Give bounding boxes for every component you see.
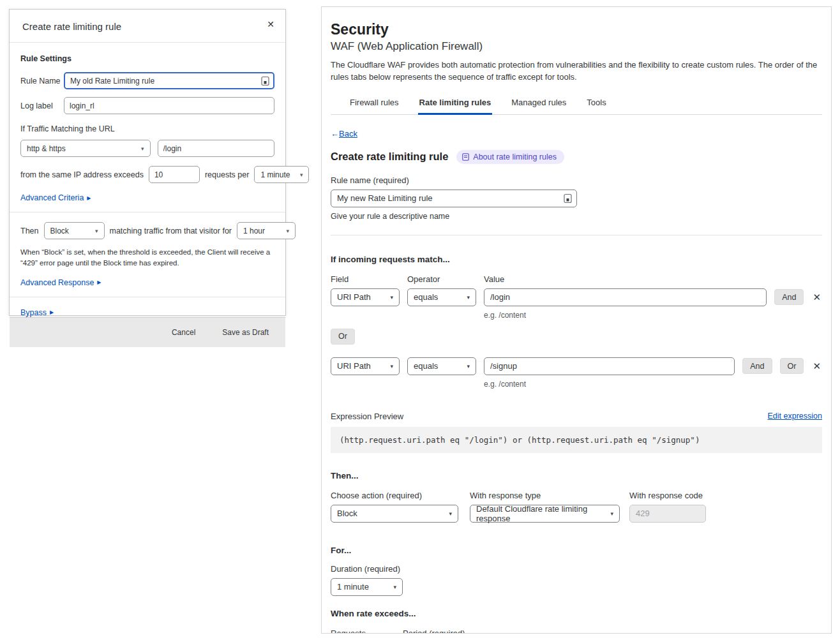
back-link[interactable]: ←Back xyxy=(331,129,357,138)
tab-rate-limiting-rules[interactable]: Rate limiting rules xyxy=(418,94,493,115)
value-input[interactable] xyxy=(484,288,767,306)
about-badge-label: About rate limiting rules xyxy=(473,153,557,161)
match-row: URI Path ▾ equals ▾ And ✕ xyxy=(331,288,822,306)
edit-expression-link[interactable]: Edit expression xyxy=(768,412,822,420)
expression-row: Expression Preview Edit expression xyxy=(331,412,822,421)
exceeds-text: from the same IP address exceeds xyxy=(20,170,144,179)
tab-tools[interactable]: Tools xyxy=(585,94,607,115)
action-select[interactable]: Block ▾ xyxy=(44,222,105,239)
and-button[interactable]: And xyxy=(742,358,772,374)
operator-select[interactable]: equals ▾ xyxy=(407,288,476,306)
field-select[interactable]: URI Path ▾ xyxy=(331,357,400,375)
dialog-header: Create rate limiting rule ✕ xyxy=(10,10,285,43)
chevron-down-icon: ▾ xyxy=(467,294,470,301)
field-column-label: Field xyxy=(331,274,400,284)
remove-condition-icon[interactable]: ✕ xyxy=(811,292,822,303)
field-select[interactable]: URI Path ▾ xyxy=(331,288,400,306)
block-note: When “Block” is set, when the threshold … xyxy=(20,247,274,269)
matching-text: matching traffic from that visitor for xyxy=(110,227,232,235)
rule-name-row: Rule Name xyxy=(20,72,274,89)
url-pattern-input[interactable] xyxy=(158,140,275,157)
remove-condition-icon[interactable]: ✕ xyxy=(811,361,822,372)
rule-name-input[interactable] xyxy=(331,190,577,207)
field-select-value: URI Path xyxy=(337,292,371,302)
or-button[interactable]: Or xyxy=(780,358,804,374)
scheme-select-value: http & https xyxy=(27,144,66,153)
duration-label: Duration (required) xyxy=(331,564,822,574)
waf-tabs: Firewall rules Rate limiting rules Manag… xyxy=(331,94,822,115)
dialog-title: Create rate limiting rule xyxy=(22,21,121,32)
match-heading: If incoming requests match... xyxy=(331,255,822,264)
operator-select-value: equals xyxy=(414,292,438,302)
value-hint: e.g. /content xyxy=(484,380,822,389)
threshold-row: from the same IP address exceeds request… xyxy=(20,166,274,183)
choose-action-label: Choose action (required) xyxy=(331,491,470,500)
rule-name-label: Rule Name xyxy=(20,77,64,86)
rule-name-help: Give your rule a descriptive name xyxy=(331,212,822,221)
block-duration-value: 1 hour xyxy=(243,227,265,235)
or-button[interactable]: Or xyxy=(331,329,355,345)
log-label-row: Log label xyxy=(20,97,274,114)
response-type-select[interactable]: Default Cloudflare rate limiting respons… xyxy=(470,505,620,523)
chevron-down-icon: ▾ xyxy=(393,584,396,590)
requests-count-input[interactable] xyxy=(149,166,200,183)
page-subtitle: WAF (Web Application Firewall) xyxy=(331,40,822,53)
page-title: Security xyxy=(331,21,822,38)
requests-label: Requests (required) xyxy=(331,629,396,634)
expand-right-icon: ▶ xyxy=(50,309,54,315)
and-button[interactable]: And xyxy=(774,289,804,305)
period-select-value: 1 minute xyxy=(260,170,290,179)
rule-name-label: Rule name (required) xyxy=(331,175,822,185)
advanced-criteria-label: Advanced Criteria xyxy=(20,193,84,202)
then-row: Then Block ▾ matching traffic from that … xyxy=(20,222,274,239)
page-description: The Cloudflare WAF provides both automat… xyxy=(331,59,822,84)
save-as-draft-button[interactable]: Save as Draft xyxy=(218,327,273,338)
expression-preview-code: (http.request.uri.path eq "/login") or (… xyxy=(331,427,822,453)
action-select-value: Block xyxy=(50,227,69,235)
divider xyxy=(10,212,285,212)
chevron-down-icon: ▾ xyxy=(449,510,452,517)
document-icon xyxy=(462,153,469,161)
bypass-link[interactable]: Bypass ▶ xyxy=(20,308,54,317)
response-code-input xyxy=(629,505,706,523)
rule-name-input[interactable] xyxy=(64,72,274,89)
chevron-down-icon: ▾ xyxy=(141,145,144,152)
operator-select-value: equals xyxy=(414,361,438,371)
autofill-icon xyxy=(564,193,572,203)
dialog-body: Rule Settings Rule Name Log label If Tra… xyxy=(10,43,285,317)
chevron-down-icon: ▾ xyxy=(286,228,289,234)
bypass-label: Bypass xyxy=(20,308,47,317)
cancel-button[interactable]: Cancel xyxy=(168,327,199,338)
operator-column-label: Operator xyxy=(407,274,476,284)
block-duration-select[interactable]: 1 hour ▾ xyxy=(237,222,296,239)
section-divider xyxy=(331,235,822,235)
create-rate-limiting-rule-dialog: Create rate limiting rule ✕ Rule Setting… xyxy=(9,9,286,316)
close-icon[interactable]: ✕ xyxy=(264,17,277,31)
requests-per-text: requests per xyxy=(205,170,249,179)
log-label-input[interactable] xyxy=(64,97,274,114)
value-input[interactable] xyxy=(484,357,735,375)
chevron-down-icon: ▾ xyxy=(390,363,393,369)
advanced-criteria-link[interactable]: Advanced Criteria ▶ xyxy=(20,193,91,202)
then-label: Then xyxy=(20,227,39,235)
rate-heading: When rate exceeds... xyxy=(331,609,822,618)
duration-select[interactable]: 1 minute ▾ xyxy=(331,578,403,596)
expand-right-icon: ▶ xyxy=(87,195,91,201)
for-heading: For... xyxy=(331,546,822,555)
scheme-select[interactable]: http & https ▾ xyxy=(20,140,151,157)
tab-managed-rules[interactable]: Managed rules xyxy=(510,94,567,115)
match-row: URI Path ▾ equals ▾ And Or ✕ xyxy=(331,357,822,375)
action-select[interactable]: Block ▾ xyxy=(331,505,458,523)
tab-firewall-rules[interactable]: Firewall rules xyxy=(349,94,400,115)
back-arrow-icon: ← xyxy=(331,129,339,138)
chevron-down-icon: ▾ xyxy=(390,294,393,301)
operator-select[interactable]: equals ▾ xyxy=(407,357,476,375)
about-rate-limiting-badge[interactable]: About rate limiting rules xyxy=(456,150,564,164)
security-waf-panel: Security WAF (Web Application Firewall) … xyxy=(321,6,832,634)
period-select[interactable]: 1 minute ▾ xyxy=(254,166,309,183)
response-code-label: With response code xyxy=(629,491,706,500)
value-hint: e.g. /content xyxy=(484,311,822,320)
action-select-value: Block xyxy=(337,509,357,518)
field-select-value: URI Path xyxy=(337,361,371,371)
advanced-response-link[interactable]: Advanced Response ▶ xyxy=(20,278,101,287)
